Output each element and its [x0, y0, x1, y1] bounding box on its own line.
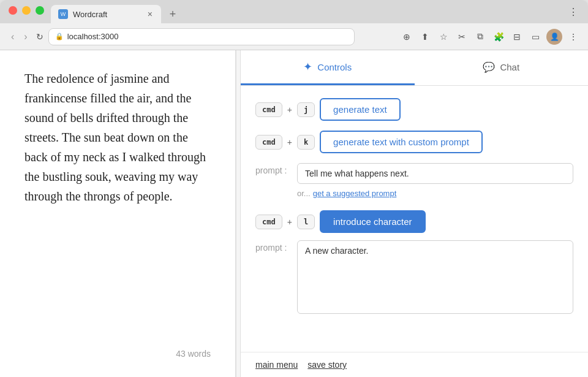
bookmark-icon[interactable]: ☆	[436, 29, 451, 44]
sidebar-icon[interactable]: ▭	[528, 29, 543, 44]
controls-tab-label: Controls	[317, 62, 352, 72]
or-text: or...	[297, 189, 311, 198]
introduce-char-row: cmd + l introduce character	[255, 210, 573, 233]
generate-text-row: cmd + j generate text	[255, 98, 573, 121]
more-icon[interactable]: ⋮	[566, 29, 581, 44]
or-row: or... get a suggested prompt	[255, 189, 573, 198]
minimize-dot[interactable]	[22, 6, 31, 15]
tabs-header: ✦ Controls 💬 Chat	[241, 50, 588, 86]
char-prompt-label: prompt :	[255, 240, 292, 253]
controls-pane: ✦ Controls 💬 Chat cmd + j generate text	[241, 50, 588, 377]
custom-prompt-row: prompt :	[255, 163, 573, 184]
share-icon[interactable]: ⬆	[418, 29, 432, 44]
character-prompt-textarea[interactable]: A new character.	[297, 240, 573, 314]
chat-tab-label: Chat	[500, 62, 519, 72]
editor-text[interactable]: The redolence of jasmine and frankincens…	[24, 69, 211, 337]
maximize-dot[interactable]	[36, 6, 44, 15]
custom-prompt-input[interactable]	[297, 163, 573, 184]
generate-text-button[interactable]: generate text	[320, 98, 401, 121]
plus-1: +	[287, 105, 292, 115]
nav-actions: ⊕ ⬆ ☆ ✂ ⧉ 🧩 ⊟ ▭ 👤 ⋮	[399, 29, 581, 45]
sparkle-icon: ✦	[303, 60, 312, 74]
browser-tab[interactable]: W Wordcraft ×	[51, 5, 161, 23]
chat-icon: 💬	[483, 61, 495, 73]
browser-more-button[interactable]: ⋮	[568, 6, 583, 18]
k-key: k	[297, 135, 315, 150]
cmd-key-2: cmd	[255, 135, 282, 150]
lock-icon: 🔒	[55, 32, 64, 40]
tab-title: Wordcraft	[73, 10, 107, 19]
refresh-button[interactable]: ↻	[36, 32, 43, 42]
plus-3: +	[287, 217, 292, 227]
new-tab-button[interactable]: +	[164, 5, 182, 23]
reader-icon[interactable]: ⊟	[510, 29, 524, 44]
plus-2: +	[287, 137, 292, 147]
profile-avatar[interactable]: 👤	[546, 29, 562, 45]
extension-icon[interactable]: 🧩	[491, 29, 506, 44]
scrollbar-divider	[236, 50, 241, 377]
j-key: j	[297, 102, 315, 117]
main-menu-link[interactable]: main menu	[255, 360, 298, 370]
editor-pane: The redolence of jasmine and frankincens…	[0, 50, 236, 377]
l-key: l	[297, 215, 315, 229]
zoom-icon[interactable]: ⊕	[399, 29, 414, 44]
controls-content: cmd + j generate text cmd + k generate t…	[241, 86, 588, 352]
suggest-prompt-link[interactable]: get a suggested prompt	[313, 189, 397, 198]
tab-close-button[interactable]: ×	[146, 9, 154, 19]
copy-icon[interactable]: ⧉	[473, 29, 488, 44]
generate-custom-button[interactable]: generate text with custom prompt	[320, 131, 483, 153]
char-prompt-row: prompt : A new character.	[255, 240, 573, 314]
url-text: localhost:3000	[67, 32, 119, 41]
tab-chat[interactable]: 💬 Chat	[415, 50, 589, 85]
save-story-link[interactable]: save story	[307, 360, 347, 370]
cmd-key-1: cmd	[255, 102, 282, 117]
back-button[interactable]: ‹	[7, 29, 18, 45]
word-count: 43 words	[24, 349, 211, 359]
window-controls	[9, 6, 44, 15]
address-bar[interactable]: 🔒 localhost:3000	[48, 28, 355, 45]
prompt-label-1: prompt :	[255, 163, 292, 175]
close-dot[interactable]	[9, 6, 17, 15]
wordcraft-favicon: W	[58, 9, 68, 19]
generate-custom-row: cmd + k generate text with custom prompt	[255, 131, 573, 153]
bottom-bar: main menu save story	[241, 352, 588, 377]
nav-bar: ‹ › ↻ 🔒 localhost:3000 ⊕ ⬆ ☆ ✂ ⧉ 🧩 ⊟ ▭ 👤…	[0, 23, 588, 50]
introduce-character-button[interactable]: introduce character	[320, 210, 425, 233]
cut-icon[interactable]: ✂	[454, 29, 469, 44]
cmd-key-3: cmd	[255, 215, 282, 229]
nav-arrows: ‹ ›	[7, 29, 31, 45]
tab-controls[interactable]: ✦ Controls	[241, 50, 415, 85]
forward-button[interactable]: ›	[20, 29, 31, 45]
